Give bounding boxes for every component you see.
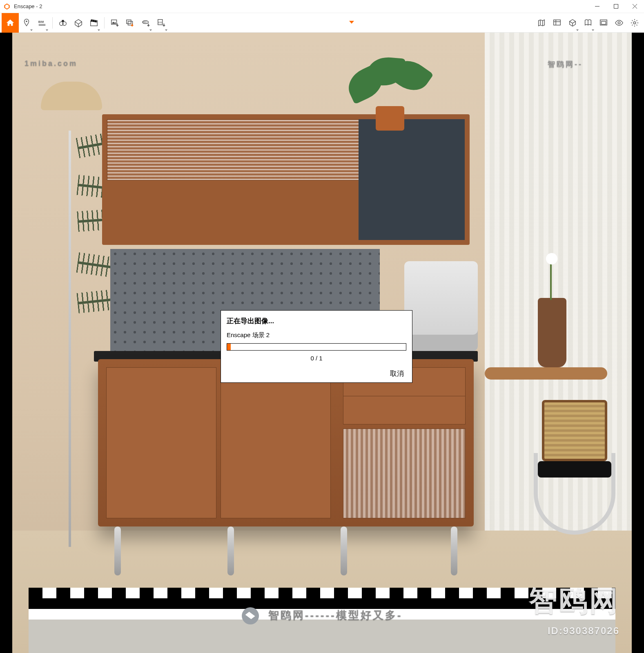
export-batch-icon [126, 18, 135, 27]
svg-text:BIM: BIM [38, 20, 44, 24]
app-window: Enscape - 2 BIM [0, 0, 644, 653]
chevron-down-icon [165, 29, 167, 31]
svg-rect-14 [554, 20, 561, 25]
export-batch-button[interactable] [123, 13, 138, 33]
minimize-button[interactable] [588, 0, 606, 13]
export-exe-button[interactable]: EXE [154, 13, 169, 33]
export-dialog: 正在导出图像... Enscape 场景 2 0 / 1 取消 [221, 310, 412, 383]
bim-icon: BIM [38, 18, 47, 27]
toolbar: BIM 360 EXE [0, 13, 644, 33]
toolbar-spacer [169, 21, 534, 24]
video-button[interactable] [86, 13, 102, 33]
chevron-down-icon [98, 29, 100, 31]
svg-rect-0 [595, 6, 599, 7]
window-layout-button[interactable] [596, 13, 611, 33]
watermark-mid-text: 智鸥网------模型好又多- [268, 609, 403, 621]
binoculars-button[interactable] [55, 13, 71, 33]
settings-button[interactable] [627, 13, 642, 33]
cancel-button[interactable]: 取消 [388, 368, 406, 379]
progress-bar [227, 343, 406, 351]
library-button[interactable] [580, 13, 596, 33]
render-viewport[interactable]: 1miba.com 智鸥网-- 智鸥网 ID:930387026 智鸥网----… [0, 33, 644, 653]
camera-frame-icon [74, 18, 83, 27]
maximize-icon [614, 4, 618, 9]
bim-button[interactable]: BIM [34, 13, 50, 33]
cube-icon [568, 18, 577, 27]
watermark-top-right: 智鸥网-- [548, 59, 583, 69]
pin-icon [22, 18, 31, 27]
svg-point-2 [26, 20, 27, 22]
map-icon [537, 18, 546, 27]
binoculars-icon [58, 18, 67, 27]
maximize-button[interactable] [606, 0, 625, 13]
close-button[interactable] [625, 0, 644, 13]
dialog-title: 正在导出图像... [227, 316, 406, 326]
export-image-icon [110, 18, 119, 27]
espresso-machine-decor [404, 261, 478, 351]
lower-cabinet-decor [98, 359, 474, 526]
book-icon [584, 18, 593, 27]
dining-chair-decor [530, 388, 619, 543]
svg-rect-8 [127, 20, 131, 23]
gallery-icon [553, 18, 562, 27]
svg-text:360: 360 [143, 21, 147, 23]
dialog-subtitle: Enscape 场景 2 [227, 331, 406, 339]
asset-library-button[interactable] [549, 13, 565, 33]
visibility-button[interactable] [611, 13, 627, 33]
monstera-plant-decor [347, 57, 429, 131]
chevron-down-icon [30, 29, 33, 31]
svg-text:EXE: EXE [158, 21, 162, 23]
export-exe-icon: EXE [157, 18, 166, 27]
svg-rect-7 [111, 20, 117, 24]
eye-icon [615, 18, 624, 27]
window-frame-icon [599, 18, 608, 27]
chevron-down-icon [46, 29, 48, 31]
minimize-icon [595, 4, 599, 9]
home-button[interactable] [2, 13, 19, 33]
window-title: Enscape - 2 [14, 3, 42, 9]
watermark-brand: 智鸥网 [529, 582, 619, 620]
toolbar-separator [52, 17, 53, 29]
home-icon [6, 18, 15, 27]
dining-table-decor [485, 367, 607, 380]
svg-point-17 [618, 22, 620, 24]
camera-frame-button[interactable] [71, 13, 86, 33]
expand-chevron-icon[interactable] [349, 21, 354, 24]
chevron-down-icon [576, 29, 579, 31]
export-image-button[interactable] [107, 13, 123, 33]
svg-point-18 [633, 22, 636, 24]
chevron-down-icon [149, 29, 152, 31]
toolbar-separator [104, 17, 105, 29]
watermark-id: ID:930387026 [548, 625, 619, 637]
upper-cabinet-decor [102, 114, 470, 245]
svg-rect-1 [614, 4, 618, 9]
gear-icon [630, 18, 639, 27]
app-icon [3, 3, 11, 10]
map-button[interactable] [534, 13, 549, 33]
watermark-mid: 智鸥网------模型好又多- [242, 607, 403, 624]
watermark-logo-icon [242, 607, 259, 624]
chevron-down-icon [592, 29, 594, 31]
progress-text: 0 / 1 [227, 355, 406, 362]
export-360-icon: 360 [141, 18, 150, 27]
cube-button[interactable] [565, 13, 580, 33]
export-360-button[interactable]: 360 [138, 13, 154, 33]
progress-bar-fill [227, 344, 231, 350]
watermark-top-left: 1miba.com [25, 59, 78, 68]
close-icon [633, 4, 637, 9]
clapperboard-icon [89, 18, 98, 27]
svg-rect-16 [602, 21, 606, 24]
title-bar: Enscape - 2 [0, 0, 644, 13]
dialog-actions: 取消 [227, 369, 406, 378]
vase-decor [538, 298, 566, 367]
views-pin-button[interactable] [19, 13, 34, 33]
